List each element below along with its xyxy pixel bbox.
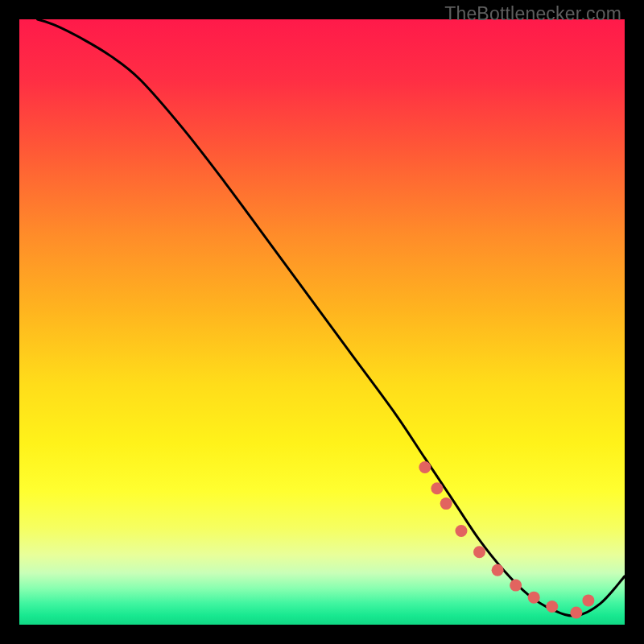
data-point — [492, 564, 504, 576]
gradient-background — [19, 19, 625, 625]
bottleneck-chart — [19, 19, 625, 625]
data-point — [570, 606, 582, 618]
watermark-text: TheBottlenecker.com — [444, 3, 621, 25]
data-point — [582, 594, 594, 606]
data-point — [440, 497, 452, 510]
data-point — [455, 525, 467, 537]
data-point — [431, 482, 443, 494]
data-point — [528, 592, 540, 604]
data-point — [473, 546, 485, 558]
data-point — [510, 580, 522, 592]
data-point — [546, 601, 558, 613]
chart-frame — [19, 19, 625, 625]
data-point — [419, 461, 431, 473]
